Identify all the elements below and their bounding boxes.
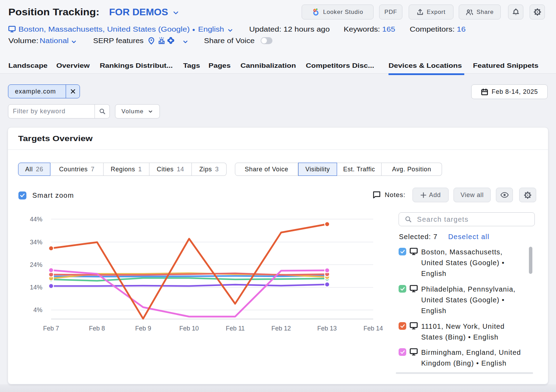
svg-text:Feb 12: Feb 12 — [271, 325, 291, 332]
svg-text:Feb 13: Feb 13 — [317, 325, 337, 332]
svg-text:Feb 8: Feb 8 — [89, 325, 105, 332]
svg-text:Feb 10: Feb 10 — [179, 325, 199, 332]
svg-text:Feb 9: Feb 9 — [135, 325, 151, 332]
svg-text:34%: 34% — [30, 239, 42, 246]
svg-text:24%: 24% — [30, 261, 42, 268]
svg-text:4%: 4% — [33, 307, 42, 313]
svg-text:Feb 11: Feb 11 — [226, 325, 245, 332]
svg-text:Feb 7: Feb 7 — [43, 325, 59, 332]
svg-text:44%: 44% — [30, 216, 42, 223]
svg-text:Feb 14: Feb 14 — [363, 325, 383, 332]
svg-text:14%: 14% — [30, 284, 42, 291]
